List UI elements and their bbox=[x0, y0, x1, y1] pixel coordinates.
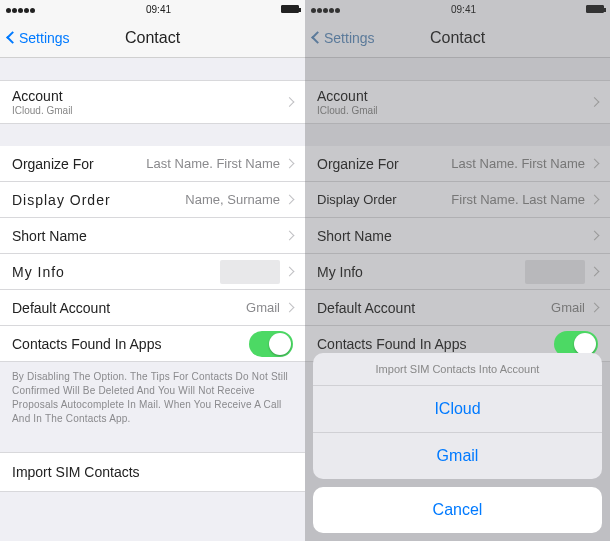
chevron-right-icon bbox=[285, 267, 295, 277]
sheet-option-icloud[interactable]: ICloud bbox=[313, 386, 602, 433]
row-my-info[interactable]: My Info bbox=[0, 254, 305, 290]
signal-dots-icon bbox=[6, 4, 36, 15]
chevron-right-icon bbox=[285, 97, 295, 107]
action-sheet: Import SIM Contacts Into Account ICloud … bbox=[313, 353, 602, 479]
organize-value: Last Name. First Name bbox=[146, 156, 280, 171]
organize-label: Organize For bbox=[12, 156, 94, 172]
chevron-right-icon bbox=[285, 303, 295, 313]
row-default-account[interactable]: Default Account Gmail bbox=[0, 290, 305, 326]
default-account-label: Default Account bbox=[12, 300, 110, 316]
chevron-left-icon bbox=[6, 31, 19, 44]
chevron-right-icon bbox=[285, 195, 295, 205]
chevron-right-icon bbox=[285, 159, 295, 169]
display-order-value: Name, Surname bbox=[185, 192, 280, 207]
short-name-label: Short Name bbox=[12, 228, 87, 244]
action-sheet-backdrop: Import SIM Contacts Into Account ICloud … bbox=[305, 0, 610, 541]
screen-contacts-settings: 09:41 Settings Contact Account ICloud. G… bbox=[0, 0, 305, 541]
account-sub: ICloud. Gmail bbox=[12, 105, 73, 116]
row-display-order[interactable]: Display Order Name, Surname bbox=[0, 182, 305, 218]
screen-import-sheet: 09:41 Settings Contact Account ICloud. G… bbox=[305, 0, 610, 541]
import-sim-label: Import SIM Contacts bbox=[12, 464, 140, 480]
back-label: Settings bbox=[19, 30, 70, 46]
status-time: 09:41 bbox=[146, 4, 171, 15]
account-label: Account bbox=[12, 88, 63, 104]
back-button[interactable]: Settings bbox=[8, 30, 70, 46]
row-import-sim[interactable]: Import SIM Contacts bbox=[0, 452, 305, 492]
row-found-in-apps: Contacts Found In Apps bbox=[0, 326, 305, 362]
navbar: Settings Contact bbox=[0, 18, 305, 58]
row-short-name[interactable]: Short Name bbox=[0, 218, 305, 254]
row-organize-for[interactable]: Organize For Last Name. First Name bbox=[0, 146, 305, 182]
display-order-label: Display Order bbox=[12, 192, 111, 208]
found-in-apps-label: Contacts Found In Apps bbox=[12, 336, 161, 352]
page-title: Contact bbox=[125, 29, 180, 47]
battery-icon bbox=[281, 5, 299, 13]
sheet-cancel-button[interactable]: Cancel bbox=[313, 487, 602, 533]
status-bar: 09:41 bbox=[0, 0, 305, 18]
my-info-placeholder bbox=[220, 260, 280, 284]
footer-explanation: By Disabling The Option. The Tips For Co… bbox=[0, 362, 305, 434]
action-sheet-title: Import SIM Contacts Into Account bbox=[313, 353, 602, 386]
default-account-value: Gmail bbox=[246, 300, 280, 315]
chevron-right-icon bbox=[285, 231, 295, 241]
my-info-label: My Info bbox=[12, 264, 65, 280]
sheet-option-gmail[interactable]: Gmail bbox=[313, 433, 602, 479]
row-account[interactable]: Account ICloud. Gmail bbox=[0, 80, 305, 124]
found-in-apps-toggle[interactable] bbox=[249, 331, 293, 357]
